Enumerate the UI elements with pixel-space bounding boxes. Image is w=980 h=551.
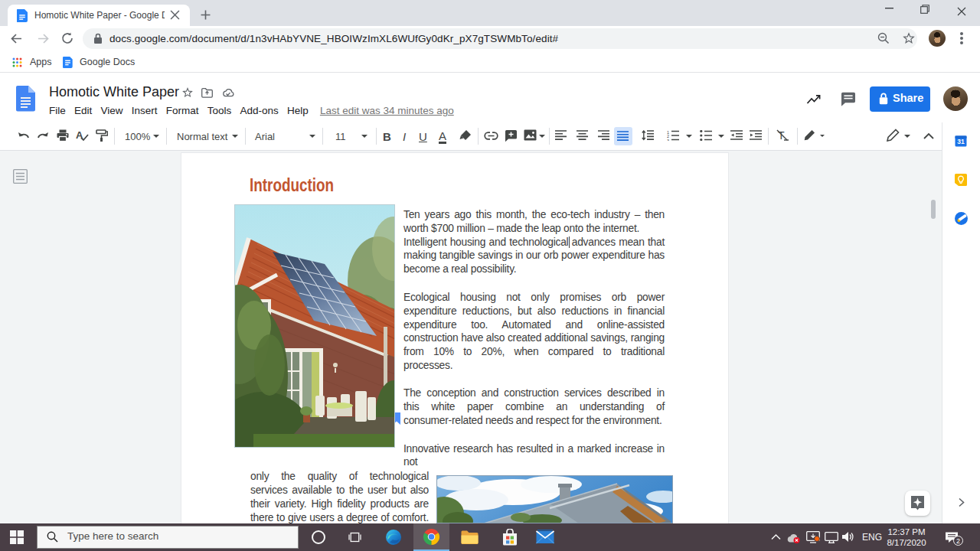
svg-text:3: 3 bbox=[667, 139, 669, 142]
svg-text:31: 31 bbox=[957, 138, 965, 145]
